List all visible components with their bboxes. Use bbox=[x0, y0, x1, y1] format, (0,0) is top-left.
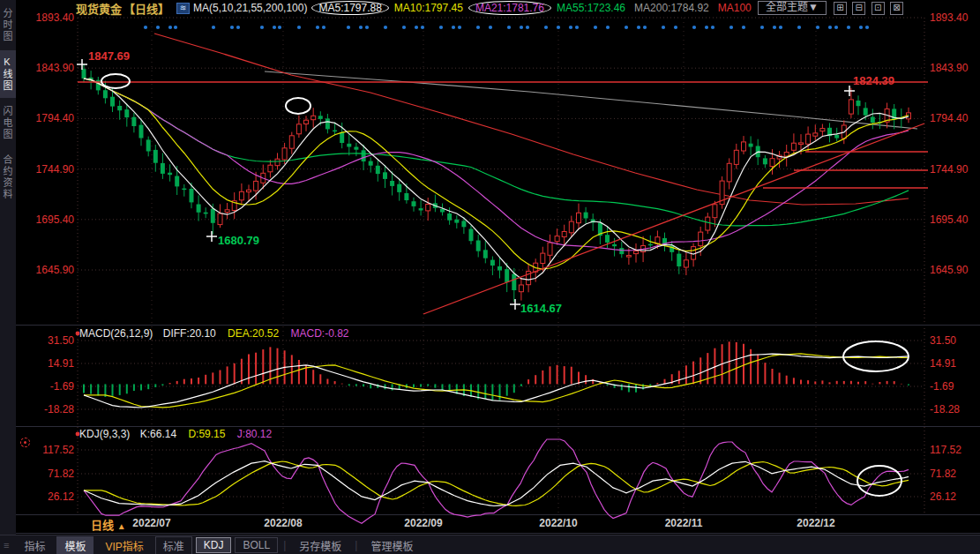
svg-text:14.91: 14.91 bbox=[48, 357, 74, 370]
svg-text:1744.90: 1744.90 bbox=[36, 163, 75, 176]
svg-text:1614.67: 1614.67 bbox=[520, 302, 562, 315]
svg-text:-18.28: -18.28 bbox=[930, 403, 960, 416]
ma-value-4: MA200:1784.92 bbox=[634, 2, 709, 14]
ma-value-3: MA55:1723.46 bbox=[557, 2, 625, 14]
ma-value-5: MA100 bbox=[718, 2, 752, 14]
svg-text:71.82: 71.82 bbox=[48, 468, 74, 480]
timeframe-dropdown[interactable]: 日线 ▲ bbox=[91, 516, 126, 533]
sidebar-item-time-chart[interactable]: 分时图 bbox=[0, 2, 16, 49]
button-save-template[interactable]: 另存模板 bbox=[291, 536, 349, 554]
svg-text:2022/10: 2022/10 bbox=[539, 517, 578, 529]
svg-text:2022/08: 2022/08 bbox=[264, 517, 303, 529]
button-vip-indicators[interactable]: VIP指标 bbox=[97, 536, 151, 554]
svg-text:117.52: 117.52 bbox=[42, 444, 74, 456]
button-manage-templates[interactable]: 管理模板 bbox=[363, 536, 421, 554]
svg-text:2022/12: 2022/12 bbox=[797, 517, 835, 529]
toolbar-menu-icon[interactable]: ≡ bbox=[4, 540, 9, 550]
svg-text:71.82: 71.82 bbox=[930, 468, 956, 480]
button-boll-template[interactable]: BOLL bbox=[235, 537, 278, 553]
sidebar-item-contract-info[interactable]: 合约资料 bbox=[0, 148, 16, 206]
kdj-settings-icon[interactable] bbox=[20, 438, 30, 447]
instrument-title: 现货黄金 bbox=[76, 0, 122, 17]
svg-text:1680.79: 1680.79 bbox=[218, 234, 259, 247]
compress-axis-icon[interactable]: ⊟ bbox=[852, 2, 865, 15]
tab-templates[interactable]: 模板 bbox=[56, 536, 94, 554]
macd-macd-value: MACD:-0.82 bbox=[290, 327, 348, 340]
svg-text:2022/07: 2022/07 bbox=[132, 517, 171, 529]
header-tool-buttons: ⊞ ⊟ ⊡ ⊠ bbox=[834, 1, 906, 15]
macd-title: MACD(26,12,9) bbox=[79, 327, 153, 340]
trading-app-window: 1893.401893.401843.901843.901794.401794.… bbox=[0, 0, 980, 554]
svg-text:-1.69: -1.69 bbox=[50, 380, 75, 393]
svg-text:31.50: 31.50 bbox=[48, 334, 74, 347]
svg-text:26.12: 26.12 bbox=[48, 490, 74, 503]
svg-text:26.12: 26.12 bbox=[930, 490, 956, 503]
macd-pane-header: MACD(26,12,9) DIFF:20.10 DEA:20.52 MACD:… bbox=[79, 327, 349, 340]
period-label: 【日线】 bbox=[123, 0, 169, 17]
svg-text:-18.28: -18.28 bbox=[44, 403, 74, 416]
svg-text:117.52: 117.52 bbox=[930, 444, 961, 456]
svg-text:1794.40: 1794.40 bbox=[36, 112, 75, 124]
expand-axis-icon[interactable]: ⊡ bbox=[872, 2, 885, 15]
macd-diff-value: DIFF:20.10 bbox=[163, 327, 216, 340]
kdj-k-value: K:66.14 bbox=[140, 428, 176, 440]
ma-value-1: MA10:1797.45 bbox=[394, 2, 463, 14]
svg-text:1847.69: 1847.69 bbox=[88, 49, 130, 63]
svg-text:1744.90: 1744.90 bbox=[930, 163, 969, 176]
chevron-up-icon: ▲ bbox=[117, 521, 126, 531]
tab-indicators[interactable]: 指标 bbox=[16, 536, 53, 554]
svg-text:14.91: 14.91 bbox=[930, 357, 956, 370]
chart-type-sidebar: 分时图 K线图 闪电图 合约资料 bbox=[0, 0, 16, 535]
kdj-d-value: D:59.15 bbox=[188, 428, 225, 440]
svg-text:1695.40: 1695.40 bbox=[930, 213, 969, 226]
macd-dea-value: DEA:20.52 bbox=[228, 327, 279, 340]
sidebar-item-lightning-chart[interactable]: 闪电图 bbox=[0, 100, 16, 146]
ma-group-label: MA(5,10,21,55,200,100) bbox=[193, 2, 307, 14]
bottom-toolbar: ≡ 指标 模板 VIP指标 标准 KDJ BOLL | 另存模板 | 管理模板 bbox=[0, 535, 980, 554]
svg-text:1843.90: 1843.90 bbox=[36, 62, 75, 74]
button-standard-template[interactable]: 标准 bbox=[155, 536, 192, 554]
ma-value-0: MA5:1797.88 bbox=[311, 1, 388, 15]
svg-text:31.50: 31.50 bbox=[930, 334, 956, 347]
kdj-j-value: J:80.12 bbox=[237, 428, 272, 440]
crosshair-tool-icon[interactable]: ⊞ bbox=[834, 2, 847, 15]
svg-text:-1.69: -1.69 bbox=[930, 380, 954, 393]
svg-text:2022/11: 2022/11 bbox=[665, 517, 703, 529]
theme-dropdown-button[interactable]: 全部主题▼ bbox=[758, 1, 827, 15]
pop-out-icon[interactable]: ⊠ bbox=[890, 2, 903, 15]
svg-text:2022/09: 2022/09 bbox=[404, 517, 443, 529]
ma-indicator-icon: ≋ bbox=[176, 3, 190, 14]
ma-value-2: MA21:1781.76 bbox=[468, 1, 551, 15]
button-kdj-template[interactable]: KDJ bbox=[196, 537, 232, 553]
svg-text:1645.90: 1645.90 bbox=[930, 264, 969, 276]
sidebar-item-kline-chart[interactable]: K线图 bbox=[0, 50, 16, 98]
svg-text:1695.40: 1695.40 bbox=[36, 213, 75, 226]
svg-text:1794.40: 1794.40 bbox=[930, 112, 969, 124]
svg-text:1645.90: 1645.90 bbox=[36, 264, 75, 276]
svg-text:1824.39: 1824.39 bbox=[853, 74, 894, 87]
kdj-title: KDJ(9,3,3) bbox=[79, 428, 130, 440]
chart-header: 现货黄金 【日线】 ≋ MA(5,10,21,55,200,100) MA5:1… bbox=[16, 0, 980, 16]
svg-text:1843.90: 1843.90 bbox=[930, 62, 969, 74]
kdj-pane-header: KDJ(9,3,3) K:66.14 D:59.15 J:80.12 bbox=[79, 428, 272, 440]
timeframe-label: 日线 bbox=[91, 519, 114, 532]
